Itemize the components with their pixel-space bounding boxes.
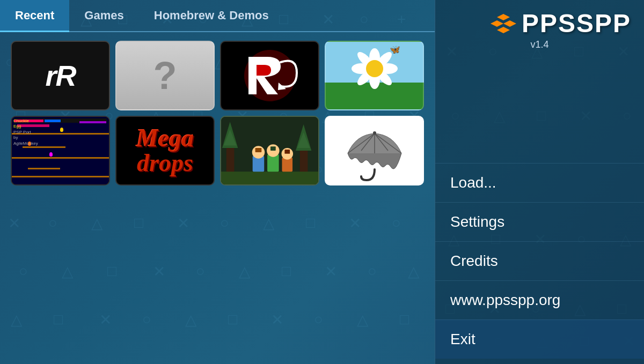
main-layout: Recent Games Homebrew & Demos rR ? [0,0,644,364]
game-grid: rR ? [0,32,435,194]
game-thumb-chuckie[interactable]: Chuckie Egg PSP Port by AgileMonkey [11,116,110,185]
menu-item-load[interactable]: Load... [435,163,644,202]
menu-item-credits[interactable]: Credits [435,241,644,280]
svg-point-34 [373,131,376,135]
left-panel: Recent Games Homebrew & Demos rR ? [0,0,435,364]
svg-marker-37 [503,20,516,27]
game-thumb-rr[interactable]: rR [11,41,110,110]
version-label: v1.4 [448,39,631,50]
tab-recent[interactable]: Recent [0,0,69,32]
game-thumb-flower[interactable]: 🦋 [325,41,424,110]
game-thumb-umbrella[interactable] [325,116,424,185]
tab-games[interactable]: Games [69,0,138,32]
tab-homebrew[interactable]: Homebrew & Demos [139,0,284,32]
tab-bar: Recent Games Homebrew & Demos [0,0,435,32]
svg-rect-26 [282,158,292,172]
svg-marker-35 [497,14,510,20]
right-panel: PPSSPP v1.4 Load... Settings Credits www… [435,0,644,364]
svg-rect-22 [255,148,262,152]
svg-point-10 [366,60,383,77]
game-thumb-mega-drops[interactable]: Mega drops [115,116,215,185]
svg-rect-13 [226,148,235,174]
app-title: PPSSPP [522,9,631,38]
logo-row: PPSSPP [491,9,631,38]
svg-rect-19 [221,172,318,184]
svg-marker-36 [491,20,503,27]
svg-text:🦋: 🦋 [390,44,400,55]
game-thumb-unknown[interactable]: ? [115,41,215,110]
svg-marker-38 [497,27,510,33]
logo-area: PPSSPP v1.4 [435,0,644,55]
menu-item-settings[interactable]: Settings [435,202,644,241]
game-thumb-rpg[interactable] [220,116,319,185]
ppsspp-logo-icon [491,14,516,33]
menu-item-exit[interactable]: Exit [435,320,644,359]
menu-item-website[interactable]: www.ppsspp.org [435,280,644,320]
game-thumb-rizumu[interactable] [220,41,319,110]
svg-rect-28 [284,150,290,154]
menu-items: Load... Settings Credits www.ppsspp.org … [435,55,644,364]
svg-rect-25 [270,146,276,151]
